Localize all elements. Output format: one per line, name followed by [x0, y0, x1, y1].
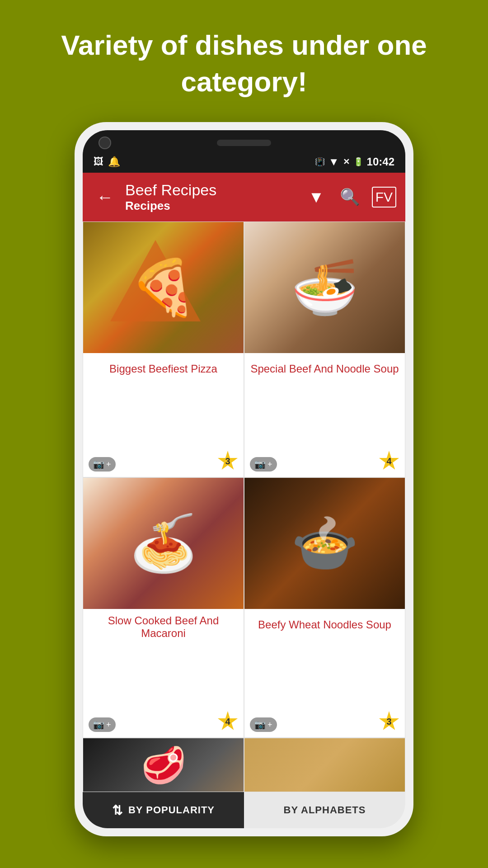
tagline: Variety of dishes under one category!: [0, 0, 488, 118]
search-icon[interactable]: 🔍: [336, 184, 364, 210]
speaker: [217, 140, 271, 146]
recipe-card-6[interactable]: [244, 738, 405, 792]
add-icon-2: +: [267, 460, 272, 469]
partial-recipe-row: [83, 738, 405, 792]
image-icon: 🖼: [94, 156, 103, 168]
filter-icon[interactable]: ▼: [305, 184, 328, 210]
camera-overlay-1: 📷 +: [89, 457, 116, 472]
app-bar-title: Beef Recipes: [125, 181, 305, 199]
clock: 10:42: [367, 156, 394, 168]
bottom-bar: ⇅ BY POPULARITY BY ALPHABETS: [83, 792, 405, 828]
sort-icon: ⇅: [112, 803, 123, 818]
camera-icon-3: 📷: [93, 719, 104, 730]
camera-overlay-2: 📷 +: [250, 457, 277, 472]
logo-icon[interactable]: FV: [372, 187, 396, 208]
recipe-image-3: [83, 478, 244, 609]
recipe-name-4: Beefy Wheat Noodles Soup: [244, 609, 405, 641]
app-bar-subtitle: Recipes: [125, 199, 305, 213]
recipe-card-2[interactable]: 📷 + 4 Special Beef And Noodle Soup: [244, 222, 405, 477]
recipe-image-6: [244, 738, 405, 792]
recipe-grid: 📷 + 3 Biggest Beefiest Pizza 📷 + 4 Spe: [83, 222, 405, 738]
recipe-card-3[interactable]: 📷 + 4 Slow Cooked Beef And Macaroni: [83, 477, 244, 738]
recipe-image-1: [83, 222, 244, 353]
recipe-name-2: Special Beef And Noodle Soup: [244, 353, 405, 385]
recipe-image-4: [244, 478, 405, 609]
sort-by-alphabets-button[interactable]: BY ALPHABETS: [244, 792, 405, 828]
wifi-icon: ▼: [328, 156, 339, 168]
recipe-card-5[interactable]: [83, 738, 244, 792]
status-bar: 🖼 🔔 📳 ▼ ✕ 🔋 10:42: [83, 153, 405, 173]
recipe-name-3: Slow Cooked Beef And Macaroni: [83, 609, 244, 645]
add-icon-1: +: [106, 460, 111, 469]
status-left-icons: 🖼 🔔: [94, 156, 120, 168]
recipe-name-1: Biggest Beefiest Pizza: [83, 353, 244, 385]
recipe-card-1[interactable]: 📷 + 3 Biggest Beefiest Pizza: [83, 222, 244, 477]
add-icon-4: +: [267, 720, 272, 730]
rating-badge-3: 4: [217, 711, 238, 732]
sort-by-popularity-button[interactable]: ⇅ BY POPULARITY: [83, 792, 244, 828]
recipe-image-2: [244, 222, 405, 353]
phone-frame: 🖼 🔔 📳 ▼ ✕ 🔋 10:42 ← Beef Recipes Recipes…: [75, 122, 413, 836]
vibrate-icon: 📳: [315, 157, 325, 167]
phone-inner: 🖼 🔔 📳 ▼ ✕ 🔋 10:42 ← Beef Recipes Recipes…: [83, 130, 405, 828]
camera-icon-2: 📷: [254, 459, 266, 470]
phone-notch: [83, 130, 405, 153]
camera-icon-1: 📷: [93, 459, 104, 470]
front-camera: [99, 137, 111, 149]
status-right-icons: 📳 ▼ ✕ 🔋 10:42: [315, 156, 394, 168]
camera-icon-4: 📷: [254, 719, 266, 730]
rating-badge-1: 3: [217, 451, 238, 472]
app-bar-icons: ▼ 🔍 FV: [305, 184, 396, 210]
notification-icon: 🔔: [108, 156, 120, 168]
nosignal-icon: ✕: [343, 157, 350, 167]
rating-badge-4: 3: [379, 711, 399, 732]
battery-icon: 🔋: [353, 157, 363, 167]
camera-overlay-3: 📷 +: [89, 717, 116, 732]
recipe-card-4[interactable]: 📷 + 3 Beefy Wheat Noodles Soup: [244, 477, 405, 738]
add-icon-3: +: [106, 720, 111, 730]
back-button[interactable]: ←: [92, 183, 118, 212]
recipe-image-5: [83, 738, 244, 792]
app-bar: ← Beef Recipes Recipes ▼ 🔍 FV: [83, 173, 405, 222]
popularity-label: BY POPULARITY: [128, 804, 215, 816]
alphabets-label: BY ALPHABETS: [284, 804, 366, 816]
rating-badge-2: 4: [379, 451, 399, 472]
camera-overlay-4: 📷 +: [250, 717, 277, 732]
app-bar-titles: Beef Recipes Recipes: [125, 181, 305, 213]
